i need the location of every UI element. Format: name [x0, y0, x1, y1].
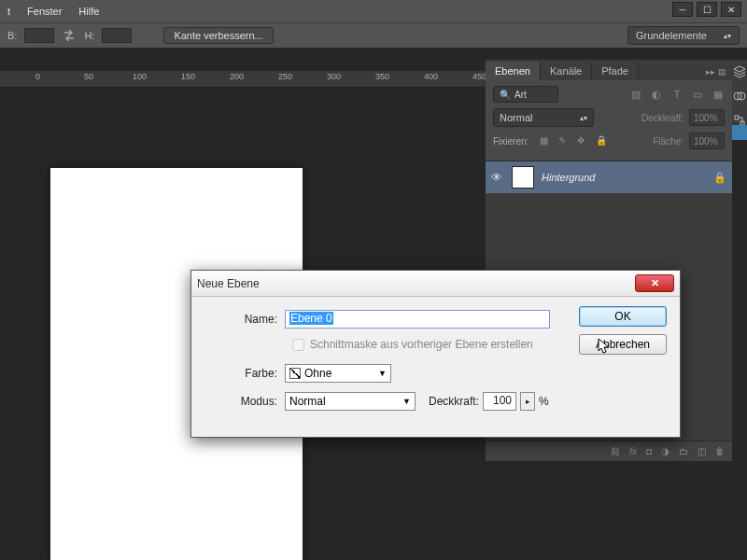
clipping-mask-label: Schnittmaske aus vorheriger Ebene erstel… — [310, 338, 533, 351]
lock-icon[interactable]: 🔒 — [713, 172, 726, 184]
filter-smart-icon[interactable]: ▦ — [712, 88, 725, 101]
layer-thumbnail[interactable] — [512, 166, 534, 189]
ruler-tick: 100 — [133, 72, 147, 81]
opacity-flyout-button[interactable]: ▸ — [520, 392, 535, 411]
tab-pfade[interactable]: Pfade — [592, 62, 639, 80]
ruler-tick: 150 — [181, 72, 195, 81]
color-value: Ohne — [304, 367, 331, 380]
close-window-button[interactable]: ✕ — [721, 2, 741, 17]
filter-label: Art — [514, 90, 527, 100]
svg-rect-2 — [735, 116, 739, 119]
name-value: Ebene 0 — [289, 312, 333, 325]
dialog-close-button[interactable]: ✕ — [635, 274, 674, 292]
chevron-down-icon: ▼ — [402, 397, 411, 406]
chevron-down-icon: ▼ — [378, 369, 387, 378]
filter-pixel-icon[interactable]: ▧ — [629, 88, 642, 101]
blend-mode-dropdown[interactable]: Normal ▴▾ — [493, 108, 594, 127]
ruler-tick: 0 — [35, 72, 40, 81]
menu-item[interactable]: t — [7, 6, 10, 17]
tab-ebenen[interactable]: Ebenen — [486, 62, 541, 80]
lock-pixels-icon[interactable]: ✎ — [558, 135, 570, 147]
ruler-tick: 50 — [84, 72, 93, 81]
name-label: Name: — [204, 313, 285, 326]
new-layer-icon[interactable]: ◫ — [698, 446, 706, 456]
dock-collapsed-highlight[interactable] — [732, 125, 747, 140]
add-mask-icon[interactable]: ◘ — [646, 446, 652, 456]
workspace-preset-dropdown[interactable]: Grundelemente ▴▾ — [627, 26, 740, 45]
height-input[interactable] — [102, 28, 132, 43]
panel-menu-icon[interactable]: ▸▸ ▤ — [700, 63, 732, 80]
layers-panel-footer: ⛓ fx ◘ ◑ 🗀 ◫ 🗑 — [486, 441, 732, 461]
chevron-updown-icon: ▴▾ — [724, 32, 731, 40]
window-controls: ─ ☐ ✕ — [672, 2, 741, 17]
ruler-tick: 350 — [375, 72, 389, 81]
dock-layers-icon[interactable] — [733, 65, 746, 78]
opacity-value-input[interactable]: 100% — [689, 109, 725, 126]
layer-fx-icon[interactable]: fx — [629, 446, 637, 456]
width-input[interactable] — [24, 28, 54, 43]
dialog-titlebar[interactable]: Neue Ebene ✕ — [191, 271, 680, 297]
width-label: B: — [7, 30, 17, 41]
none-swatch-icon — [289, 368, 301, 379]
chevron-updown-icon: ▴▾ — [580, 114, 587, 122]
menubar: t Fenster Hilfe — [0, 0, 747, 22]
clipping-mask-checkbox — [292, 339, 304, 351]
visibility-eye-icon[interactable]: 👁 — [491, 171, 504, 184]
new-layer-dialog: Neue Ebene ✕ Name: Ebene 0 Schnittmaske … — [190, 270, 681, 438]
mode-dropdown[interactable]: Normal ▼ — [285, 392, 416, 411]
lock-all-icon[interactable]: 🔒 — [596, 135, 607, 147]
filter-adjust-icon[interactable]: ◐ — [650, 88, 663, 101]
panel-tabs: Ebenen Kanäle Pfade ▸▸ ▤ — [486, 60, 732, 80]
lock-transparency-icon[interactable]: ▦ — [540, 135, 551, 147]
dialog-title: Neue Ebene — [197, 277, 260, 290]
filter-shape-icon[interactable]: ▭ — [691, 88, 704, 101]
ruler-tick: 400 — [424, 72, 438, 81]
color-label: Farbe: — [204, 367, 285, 380]
new-adjustment-icon[interactable]: ◑ — [661, 446, 669, 456]
ruler-tick: 250 — [278, 72, 292, 81]
layer-row-hintergrund[interactable]: 👁 Hintergrund 🔒 — [486, 161, 732, 193]
delete-layer-icon[interactable]: 🗑 — [715, 446, 725, 456]
link-layers-icon[interactable]: ⛓ — [611, 446, 620, 456]
fill-label: Fläche: — [653, 136, 684, 147]
filter-type-icon[interactable]: T — [670, 88, 684, 101]
name-input[interactable]: Ebene 0 — [285, 310, 550, 329]
dialog-opacity-label: Deckkraft: — [429, 395, 479, 408]
tab-kanale[interactable]: Kanäle — [541, 62, 592, 80]
percent-label: % — [539, 395, 549, 408]
new-group-icon[interactable]: 🗀 — [679, 446, 688, 456]
cancel-button[interactable]: Abbrechen — [579, 334, 667, 355]
layer-filter-dropdown[interactable]: 🔍 Art — [493, 86, 558, 103]
dialog-opacity-input[interactable]: 100 — [483, 392, 516, 411]
opacity-label: Deckkraft: — [641, 113, 684, 123]
fill-value-input[interactable]: 100% — [689, 133, 725, 149]
ruler-tick: 300 — [327, 72, 341, 81]
ruler-tick: 450 — [472, 72, 486, 81]
layer-name[interactable]: Hintergrund — [542, 172, 595, 183]
refine-edge-button[interactable]: Kante verbessern... — [163, 27, 273, 44]
maximize-button[interactable]: ☐ — [697, 2, 717, 17]
preset-label: Grundelemente — [636, 30, 707, 41]
swap-dimensions-icon[interactable] — [62, 28, 77, 43]
mode-label: Modus: — [204, 395, 285, 408]
minimize-button[interactable]: ─ — [672, 2, 693, 17]
dock-channels-icon[interactable] — [733, 90, 746, 103]
blend-mode-value: Normal — [500, 112, 532, 123]
menu-item-hilfe[interactable]: Hilfe — [78, 6, 99, 17]
menu-item-fenster[interactable]: Fenster — [27, 6, 62, 17]
mode-value: Normal — [289, 395, 326, 408]
ok-button[interactable]: OK — [579, 306, 667, 327]
right-dock — [732, 60, 747, 127]
options-bar: B: H: Kante verbessern... Grundelemente … — [0, 22, 747, 49]
lock-position-icon[interactable]: ✥ — [577, 135, 588, 147]
color-dropdown[interactable]: Ohne ▼ — [285, 364, 391, 383]
ruler-tick: 200 — [230, 72, 244, 81]
height-label: H: — [84, 30, 94, 41]
lock-label: Fixieren: — [493, 136, 529, 147]
